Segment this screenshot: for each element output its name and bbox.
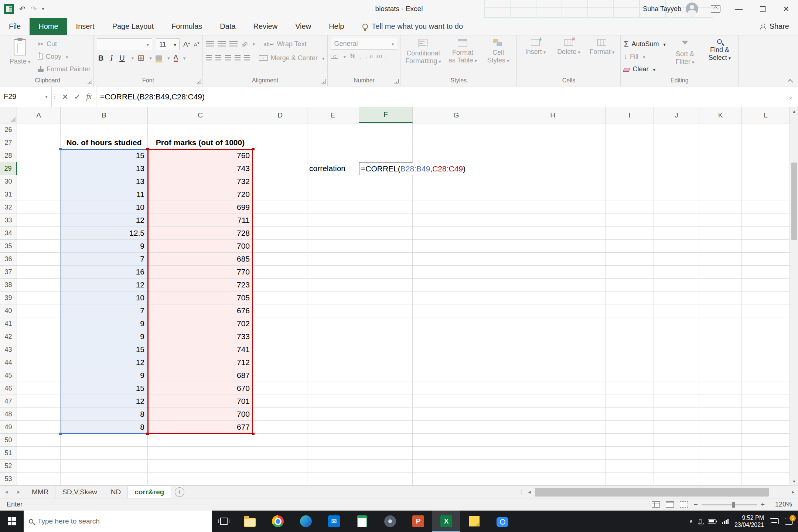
cell-F46[interactable] [359,382,413,395]
align-left-icon[interactable] [206,55,212,61]
name-box-dropdown-icon[interactable]: ▾ [45,94,48,99]
excel-app-icon[interactable] [4,4,14,14]
font-size-combo[interactable]: 11 [156,38,180,50]
cell-F48[interactable] [359,408,413,421]
dialog-launcher-icon[interactable] [88,79,92,83]
column-header-K[interactable]: K [699,107,742,123]
cell-G37[interactable] [413,266,500,279]
zoom-slider[interactable] [702,504,757,505]
bold-button[interactable]: B [97,54,105,62]
cell-E42[interactable] [307,330,359,343]
cell-B47[interactable]: 12 [61,395,148,408]
tab-splitter-icon[interactable]: ⋮ [518,486,525,498]
cell-K32[interactable] [699,201,742,214]
taskbar-app-powerpoint[interactable] [404,511,432,532]
row-header-39[interactable]: 39 [0,291,17,304]
cell-L49[interactable] [742,421,790,434]
vertical-scroll-thumb[interactable] [791,163,797,240]
cell-I31[interactable] [606,188,654,201]
cell-H47[interactable] [500,395,606,408]
taskbar-app-mail[interactable] [320,511,348,532]
cell-I51[interactable] [606,447,654,460]
cell-K36[interactable] [699,253,742,266]
row-header-42[interactable]: 42 [0,330,17,343]
row-header-29[interactable]: 29 [0,162,17,175]
account-name[interactable]: Suha Tayyeb [643,5,681,13]
cell-C39[interactable]: 705 [148,291,253,304]
cell-F53[interactable] [359,473,413,485]
cell-A37[interactable] [17,266,61,279]
cell-L45[interactable] [742,369,790,382]
cell-H41[interactable] [500,317,606,330]
cell-A42[interactable] [17,330,61,343]
cell-L37[interactable] [742,266,790,279]
delete-cells-button[interactable]: Delete [553,38,584,58]
cell-E45[interactable] [307,369,359,382]
cell-I46[interactable] [606,382,654,395]
column-header-B[interactable]: B [61,107,148,123]
cell-J33[interactable] [654,214,699,227]
cell-J44[interactable] [654,356,699,369]
cell-B50[interactable] [61,434,148,447]
cell-E36[interactable] [307,253,359,266]
cell-I30[interactable] [606,175,654,188]
network-signal-icon[interactable] [722,519,729,524]
ribbon-tab-insert[interactable]: Insert [67,18,103,35]
cell-H39[interactable] [500,291,606,304]
cell-A41[interactable] [17,317,61,330]
cell-E37[interactable] [307,266,359,279]
cell-G43[interactable] [413,343,500,356]
cell-F52[interactable] [359,460,413,473]
cell-C35[interactable]: 700 [148,240,253,253]
cell-F38[interactable] [359,279,413,291]
cell-A47[interactable] [17,395,61,408]
cell-C30[interactable]: 732 [148,175,253,188]
cell-F42[interactable] [359,330,413,343]
copy-button[interactable]: Copy [38,51,91,62]
cell-H51[interactable] [500,447,606,460]
cell-L27[interactable] [742,136,790,149]
cell-K49[interactable] [699,421,742,434]
cell-G48[interactable] [413,408,500,421]
cell-H27[interactable] [500,136,606,149]
taskbar-app-app[interactable] [376,511,404,532]
cell-L41[interactable] [742,317,790,330]
cell-B35[interactable]: 9 [61,240,148,253]
cell-E52[interactable] [307,460,359,473]
cell-A26[interactable] [17,123,61,136]
cell-J26[interactable] [654,123,699,136]
cell-I27[interactable] [606,136,654,149]
start-button[interactable] [0,511,24,532]
row-header-35[interactable]: 35 [0,240,17,253]
page-layout-view-icon[interactable] [666,501,674,508]
formula-bar-drag-handle[interactable]: ⋮ [52,86,58,107]
cell-F33[interactable] [359,214,413,227]
cell-E41[interactable] [307,317,359,330]
format-cells-button[interactable]: Format [586,38,617,58]
cell-H28[interactable] [500,149,606,162]
cell-C29[interactable]: 743 [148,162,253,175]
cell-I37[interactable] [606,266,654,279]
sort-filter-button[interactable]: Sort & Filter [669,38,700,68]
cell-F30[interactable] [359,175,413,188]
cell-J43[interactable] [654,343,699,356]
cell-D52[interactable] [253,460,307,473]
cell-K41[interactable] [699,317,742,330]
cancel-entry-icon[interactable]: ✕ [62,92,68,101]
cell-C52[interactable] [148,460,253,473]
dialog-launcher-icon[interactable] [321,79,326,83]
cell-H52[interactable] [500,460,606,473]
cell-F26[interactable] [359,123,413,136]
cell-K26[interactable] [699,123,742,136]
cell-E29[interactable]: correlation [307,162,359,175]
column-header-I[interactable]: I [606,107,654,123]
orientation-icon[interactable]: ab [240,40,248,48]
cell-E35[interactable] [307,240,359,253]
cell-C32[interactable]: 699 [148,201,253,214]
cell-K29[interactable] [699,162,742,175]
cell-I53[interactable] [606,473,654,485]
cell-L38[interactable] [742,279,790,291]
cell-F44[interactable] [359,356,413,369]
next-sheet-icon[interactable]: ► [13,486,25,498]
cell-C49[interactable]: 677 [148,421,253,434]
